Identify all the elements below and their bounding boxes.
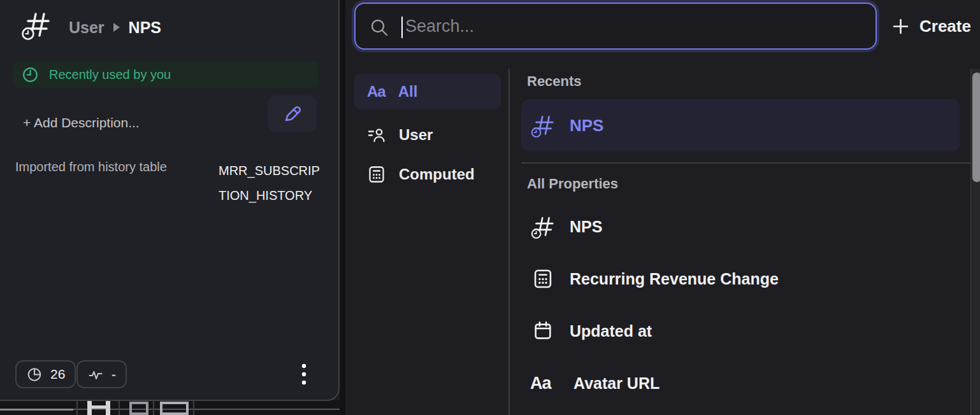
create-button-label: Create xyxy=(919,17,971,36)
search-bar xyxy=(354,3,877,50)
trend-pill[interactable]: - xyxy=(76,360,127,388)
property-item-nps[interactable]: NPS xyxy=(521,206,960,247)
user-list-icon xyxy=(367,125,386,144)
breadcrumb-parent[interactable]: User xyxy=(69,18,104,37)
property-item-label: Recurring Revenue Change xyxy=(570,270,779,288)
trend-value: - xyxy=(112,367,116,382)
recently-used-label: Recently used by you xyxy=(49,67,171,82)
property-item-label: Updated at xyxy=(570,322,652,341)
breadcrumb: User NPS xyxy=(69,17,161,38)
page-title: NPS xyxy=(129,18,161,37)
distinct-count: 26 xyxy=(50,367,65,382)
panel-gap-shadow xyxy=(340,0,345,415)
chevron-right-icon xyxy=(112,22,121,32)
edit-description-button[interactable] xyxy=(268,95,317,132)
number-history-icon xyxy=(20,9,52,41)
calculator-icon xyxy=(532,268,554,290)
clock-icon xyxy=(22,66,39,83)
column-divider xyxy=(508,69,510,415)
pie-chart-icon xyxy=(26,366,43,383)
number-history-icon xyxy=(530,214,556,239)
property-item-avatar-url[interactable]: Aa Avatar URL xyxy=(521,363,960,404)
pencil-icon xyxy=(282,103,303,125)
search-input[interactable] xyxy=(356,4,876,48)
property-item-label: NPS xyxy=(570,218,602,236)
text-format-icon: Aa xyxy=(530,374,559,393)
filter-tab-user[interactable]: User xyxy=(354,120,501,150)
filter-tab-computed[interactable]: Computed xyxy=(354,159,501,190)
filter-tab-label: User xyxy=(399,126,433,144)
imported-table-name: MRR_SUBSCRIPTION_HISTORY xyxy=(219,158,321,208)
calculator-icon xyxy=(367,165,386,184)
activity-pulse-icon xyxy=(87,366,104,383)
kebab-menu-icon xyxy=(301,363,306,385)
recents-header: Recents xyxy=(527,73,582,90)
filter-tab-label: All xyxy=(398,83,418,101)
recent-item-label: NPS xyxy=(570,116,603,136)
all-properties-header: All Properties xyxy=(527,176,618,192)
more-options-button[interactable] xyxy=(292,360,315,388)
filter-tab-label: Computed xyxy=(399,165,475,183)
text-format-icon: Aa xyxy=(367,83,386,101)
number-history-icon xyxy=(530,113,556,138)
distinct-values-pill[interactable]: 26 xyxy=(15,360,76,388)
recent-item-nps[interactable]: NPS xyxy=(521,99,960,151)
imported-from-label: Imported from history table xyxy=(15,160,167,174)
scrollbar-thumb[interactable] xyxy=(972,73,980,182)
property-item-label: Avatar URL xyxy=(573,374,659,393)
background-table-strip xyxy=(0,400,345,415)
section-divider xyxy=(521,162,980,164)
create-button[interactable]: Create xyxy=(892,14,971,38)
recently-used-badge: Recently used by you xyxy=(13,61,319,88)
property-item-updated-at[interactable]: Updated at xyxy=(521,311,960,351)
property-detail-panel: User NPS Recently used by you + Add Desc… xyxy=(0,0,340,401)
add-description-button[interactable]: + Add Description... xyxy=(23,115,140,130)
calendar-icon xyxy=(532,320,554,342)
plus-icon xyxy=(892,18,909,35)
property-item-recurring-revenue-change[interactable]: Recurring Revenue Change xyxy=(521,258,960,299)
filter-tab-all[interactable]: Aa All xyxy=(354,74,501,109)
